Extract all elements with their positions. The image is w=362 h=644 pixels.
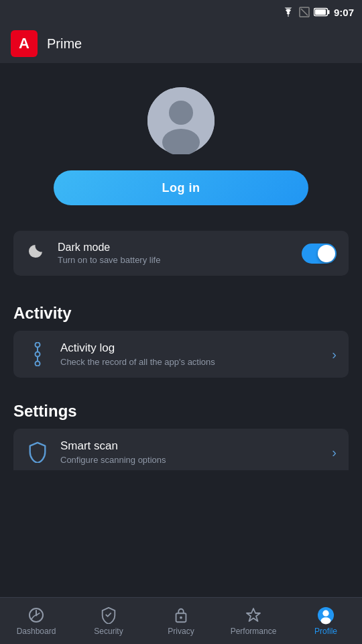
svg-rect-4 bbox=[315, 9, 326, 15]
svg-point-8 bbox=[36, 343, 40, 347]
app-bar: A Prime bbox=[0, 24, 362, 63]
profile-label: Profile bbox=[314, 627, 337, 636]
smart-scan-icon bbox=[25, 440, 50, 464]
moon-icon bbox=[25, 241, 47, 265]
security-label: Security bbox=[94, 627, 123, 636]
activity-log-text: Activity log Check the record of all the… bbox=[60, 341, 321, 367]
activity-section-header: Activity bbox=[0, 288, 362, 331]
svg-point-18 bbox=[322, 610, 328, 616]
dark-mode-toggle[interactable] bbox=[302, 244, 337, 264]
avatar bbox=[147, 87, 215, 154]
nav-item-dashboard[interactable]: Dashboard bbox=[0, 598, 72, 644]
dark-mode-text: Dark mode Turn on to save battery life bbox=[58, 241, 291, 265]
svg-point-9 bbox=[36, 352, 40, 357]
privacy-icon bbox=[172, 606, 190, 624]
app-title: Prime bbox=[47, 36, 82, 52]
avatar-svg bbox=[147, 87, 215, 154]
profile-nav-icon bbox=[317, 606, 335, 624]
nav-item-security[interactable]: Security bbox=[72, 598, 145, 644]
battery-icon bbox=[314, 7, 330, 17]
login-button[interactable]: Log in bbox=[54, 170, 308, 205]
dashboard-icon bbox=[27, 606, 45, 624]
dashboard-label: Dashboard bbox=[17, 627, 56, 636]
smart-scan-title: Smart scan bbox=[60, 439, 321, 453]
status-bar: 9:07 bbox=[0, 0, 362, 24]
dark-mode-row[interactable]: Dark mode Turn on to save battery life bbox=[13, 231, 349, 276]
performance-icon bbox=[245, 606, 262, 624]
nav-item-profile[interactable]: Profile bbox=[290, 598, 362, 644]
smart-scan-item[interactable]: Smart scan Configure scanning options › bbox=[13, 429, 349, 470]
svg-point-10 bbox=[36, 362, 40, 366]
app-logo: A bbox=[11, 30, 38, 57]
svg-point-19 bbox=[321, 617, 331, 624]
activity-log-title: Activity log bbox=[60, 341, 321, 355]
smart-scan-subtitle: Configure scanning options bbox=[60, 455, 321, 465]
wifi-icon bbox=[282, 7, 295, 17]
signal-icon bbox=[299, 7, 310, 17]
nav-item-performance[interactable]: Performance bbox=[217, 598, 290, 644]
activity-log-subtitle: Check the record of all the app's action… bbox=[60, 357, 321, 367]
smart-scan-text: Smart scan Configure scanning options bbox=[60, 439, 321, 465]
activity-log-chevron: › bbox=[332, 347, 337, 362]
app-logo-letter: A bbox=[19, 36, 29, 51]
smart-scan-chevron: › bbox=[332, 445, 337, 460]
settings-section-header: Settings bbox=[0, 386, 362, 429]
privacy-label: Privacy bbox=[168, 627, 194, 636]
svg-point-6 bbox=[169, 101, 193, 125]
dark-mode-sublabel: Turn on to save battery life bbox=[58, 255, 291, 265]
svg-rect-3 bbox=[328, 10, 330, 14]
svg-line-1 bbox=[301, 9, 308, 15]
activity-log-item[interactable]: Activity log Check the record of all the… bbox=[13, 331, 349, 378]
security-icon bbox=[100, 606, 117, 624]
main-content: Log in Dark mode Turn on to save battery… bbox=[0, 63, 362, 597]
bottom-nav: Dashboard Security Privacy Perfo bbox=[0, 597, 362, 644]
avatar-section: Log in bbox=[0, 63, 362, 219]
performance-label: Performance bbox=[231, 627, 277, 636]
dark-mode-label: Dark mode bbox=[58, 241, 291, 254]
status-time: 9:07 bbox=[334, 7, 354, 18]
nav-item-privacy[interactable]: Privacy bbox=[145, 598, 217, 644]
activity-log-icon bbox=[25, 342, 50, 366]
toggle-knob bbox=[318, 245, 335, 262]
status-icons: 9:07 bbox=[282, 7, 354, 18]
svg-point-16 bbox=[180, 616, 182, 619]
